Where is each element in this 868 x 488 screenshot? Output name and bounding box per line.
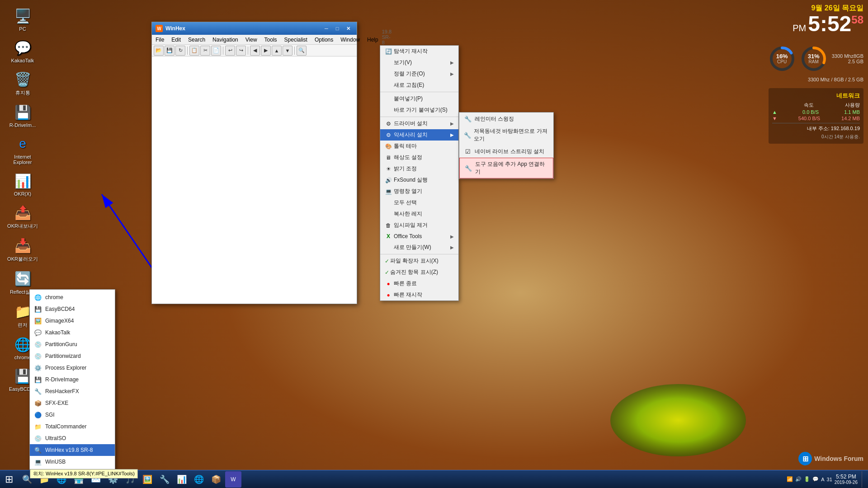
sm-rdrive-image[interactable]: 💾 R-DriveImage bbox=[30, 374, 115, 385]
sm-partitionwizard[interactable]: 💿 Partitionwizard bbox=[30, 350, 115, 362]
ctx-show-hidden[interactable]: ✓숨겨진 항목 표시(Z) bbox=[380, 267, 458, 278]
toolbar-open[interactable]: 📂 bbox=[154, 46, 164, 56]
start-button[interactable]: ⊞ bbox=[0, 470, 18, 488]
taskbar-sound-icon[interactable]: 🔊 bbox=[795, 476, 802, 482]
menu-tools[interactable]: Tools bbox=[261, 35, 281, 44]
taskbar-show-desktop[interactable] bbox=[862, 471, 864, 488]
menu-specialist[interactable]: Specialist bbox=[281, 35, 311, 44]
toolbar-nav-right[interactable]: ▶ bbox=[261, 46, 271, 56]
ctx-quick-shutdown[interactable]: ●빠른 종료 bbox=[380, 278, 458, 289]
taskbar-battery-icon[interactable]: 🔋 bbox=[804, 476, 810, 482]
ctx-temp-remove[interactable]: 🗑임시파일 제거 bbox=[380, 220, 458, 231]
ctx-accessory-install[interactable]: ⚙악세사리 설치 ▶ bbox=[380, 129, 458, 141]
ctx-brightness[interactable]: ☀밝기 조정 bbox=[380, 163, 458, 174]
taskbar-tools[interactable]: 🔧 bbox=[156, 471, 173, 488]
ctx-restart-explorer[interactable]: 🔄탐색기 재시작 bbox=[380, 46, 458, 57]
taskbar-photos[interactable]: 🖼️ bbox=[139, 471, 156, 488]
window-controls: ─ □ ✕ bbox=[321, 24, 353, 33]
desktop-icon-ie[interactable]: e Internet Explorer bbox=[5, 132, 41, 167]
minimize-button[interactable]: ─ bbox=[321, 24, 331, 33]
sm-ultraiso[interactable]: 💿 UltraISO bbox=[30, 432, 115, 444]
toolbar-copy[interactable]: 📋 bbox=[189, 46, 199, 56]
sub-add-app[interactable]: 🔧 도구 모음에 추가 App 연결하기 bbox=[459, 158, 553, 178]
taskbar-lang[interactable]: A bbox=[821, 477, 824, 482]
sm-winhex[interactable]: 🔍 WinHex v19.8 SR-8 bbox=[30, 444, 115, 456]
toolbar-sep3 bbox=[248, 47, 248, 55]
taskbar-chrome-tb[interactable]: 🌐 bbox=[191, 471, 207, 488]
ctx-fxsound[interactable]: 🔊FxSound 실행 bbox=[380, 174, 458, 186]
svg-point-6 bbox=[610, 384, 746, 456]
toolbar-save[interactable]: 💾 bbox=[165, 46, 175, 56]
maximize-button[interactable]: □ bbox=[332, 24, 342, 33]
ctx-driver-install[interactable]: ⚙드라이버 설치 ▶ bbox=[380, 118, 458, 129]
sm-kakaotalk[interactable]: 💬 KakaoTalk bbox=[30, 327, 115, 338]
desktop-icon-kakaotalk[interactable]: 💬 KakaoTalk bbox=[5, 36, 41, 66]
office-submenu-arrow: ▶ bbox=[450, 234, 454, 239]
sm-chrome[interactable]: 🌐 chrome bbox=[30, 291, 115, 303]
sub-neighborhood[interactable]: 🔧 저목동네것 바탕화면으로 가져오기 bbox=[459, 125, 553, 145]
menu-window[interactable]: Window bbox=[337, 35, 363, 44]
toolbar-undo[interactable]: ↩ bbox=[225, 46, 235, 56]
close-button[interactable]: ✕ bbox=[343, 24, 353, 33]
desktop-icon-okrpull[interactable]: 📥 OKR불러오기 bbox=[5, 234, 41, 265]
ctx-office-tools[interactable]: X Office Tools ▶ bbox=[380, 231, 458, 242]
desktop-icon-okrlns[interactable]: 📤 OKR내보내기 bbox=[5, 201, 41, 232]
ctx-reg-copy[interactable]: 복사한 레지 bbox=[380, 208, 458, 220]
watermark: ⊞ Windows Forum bbox=[798, 452, 863, 465]
menu-options[interactable]: Options bbox=[311, 35, 337, 44]
taskbar-app1[interactable]: 📦 bbox=[208, 471, 224, 488]
new-submenu-arrow: ▶ bbox=[450, 245, 454, 250]
ctx-select-all[interactable]: 모두 선택 bbox=[380, 197, 458, 208]
ctx-paste-shortcut[interactable]: 바로 가기 붙여넣기(S) bbox=[380, 104, 458, 116]
ctx-paste[interactable]: 붙여넣기(P) bbox=[380, 93, 458, 104]
ctx-resolution[interactable]: 🖥해상도 설정 bbox=[380, 152, 458, 163]
ctx-view[interactable]: 보기(V) ▶ bbox=[380, 57, 458, 68]
toolbar-search[interactable]: 🔍 bbox=[297, 46, 307, 56]
menu-navigation[interactable]: Navigation bbox=[209, 35, 242, 44]
desktop-icon-pc[interactable]: 🖥️ PC bbox=[5, 5, 41, 34]
taskbar-excel[interactable]: 📊 bbox=[174, 471, 190, 488]
ctx-new[interactable]: 새로 만들기(W) ▶ bbox=[380, 242, 458, 253]
sm-process-explorer[interactable]: ⚙️ Process Explorer bbox=[30, 362, 115, 374]
menu-help[interactable]: Help bbox=[363, 35, 382, 44]
ctx-quick-restart[interactable]: ●빠른 재시작 bbox=[380, 289, 458, 300]
desktop-icon-okrx[interactable]: 📊 OKR(X) bbox=[5, 169, 41, 199]
menu-edit[interactable]: Edit bbox=[168, 35, 184, 44]
menu-view[interactable]: View bbox=[242, 35, 261, 44]
sm-easybcd64[interactable]: 💾 EasyBCD64 bbox=[30, 303, 115, 315]
ctx-refresh[interactable]: 새로 고침(E) bbox=[380, 80, 458, 91]
ctx-show-ext[interactable]: ✓파일 확장자 표시(X) bbox=[380, 255, 458, 267]
recycle-icon: 🗑️ bbox=[14, 70, 32, 88]
toolbar-nav-left[interactable]: ◀ bbox=[250, 46, 260, 56]
desktop-icon-rdrive[interactable]: 💾 R-DriveIm... bbox=[5, 101, 41, 130]
taskbar-notification-icon[interactable]: 💬 bbox=[812, 476, 819, 482]
taskbar-network-icon[interactable]: 📶 bbox=[787, 476, 793, 482]
sub-rainmeter[interactable]: 🔧 레인미터 스윙징 bbox=[459, 113, 553, 125]
toolbar-redo[interactable]: ↪ bbox=[236, 46, 246, 56]
sm-total-commander[interactable]: 📁 TotalCommander bbox=[30, 421, 115, 432]
sm-winusb[interactable]: 💻 WinUSB bbox=[30, 456, 115, 468]
sm-sgi[interactable]: 🔵 SGI bbox=[30, 409, 115, 421]
toolbar-paste[interactable]: 📄 bbox=[211, 46, 221, 56]
ctx-cmd[interactable]: 💻명령창 열기 bbox=[380, 186, 458, 197]
toolbar-nav-up[interactable]: ▲ bbox=[272, 46, 282, 56]
desktop-icon-recycle[interactable]: 🗑️ 휴지통 bbox=[5, 68, 41, 99]
taskbar-app2[interactable]: W bbox=[225, 471, 241, 488]
menu-search[interactable]: Search bbox=[184, 35, 209, 44]
uptime: 0시간 14분 사용중. bbox=[772, 134, 860, 140]
net-usage-label: 사용량 bbox=[845, 102, 860, 108]
toolbar-nav-down[interactable]: ▼ bbox=[283, 46, 292, 56]
sub-naver-live[interactable]: ☑ 네이버 라이브 스트리밍 설치 bbox=[459, 145, 553, 158]
sm-reshackerfx[interactable]: 🔧 ResHackerFX bbox=[30, 385, 115, 397]
desktop-icon-okrx-label: OKR(X) bbox=[14, 191, 32, 197]
taskbar-clock[interactable]: 5:52 PM 2019-09-26 bbox=[835, 474, 858, 485]
sm-gimagex64[interactable]: 🖼️ GimageX64 bbox=[30, 315, 115, 327]
sm-partitionguru[interactable]: 💿 PartitionGuru bbox=[30, 338, 115, 350]
sm-sfx-exe[interactable]: 📦 SFX-EXE bbox=[30, 397, 115, 409]
ctx-sort[interactable]: 정렬 기준(O) ▶ bbox=[380, 68, 458, 80]
toolbar-cut[interactable]: ✂ bbox=[200, 46, 210, 56]
office-icon: X bbox=[385, 233, 392, 240]
toolbar-refresh[interactable]: ↻ bbox=[175, 46, 185, 56]
ctx-theme[interactable]: 🎨톨릭 테마 bbox=[380, 141, 458, 152]
menu-file[interactable]: File bbox=[152, 35, 168, 44]
